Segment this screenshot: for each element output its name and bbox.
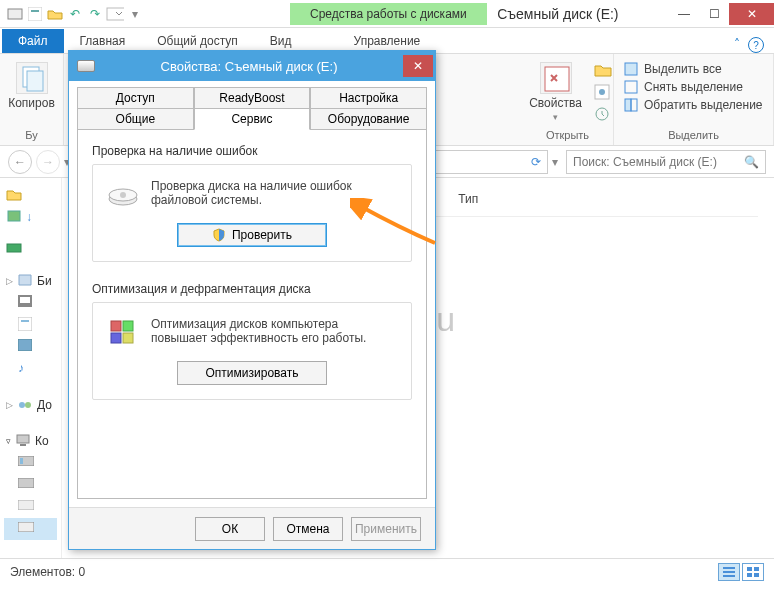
dialog-close-button[interactable]: ✕ <box>403 55 433 77</box>
tab-hardware[interactable]: Оборудование <box>310 108 427 129</box>
svg-rect-14 <box>8 211 20 221</box>
sidebar-item-selected[interactable] <box>4 518 57 540</box>
chevron-down-icon[interactable]: ▾ <box>126 5 144 23</box>
folder-icon[interactable] <box>46 5 64 23</box>
refresh-icon[interactable]: ⟳ <box>531 155 541 169</box>
open-icon[interactable] <box>594 62 612 81</box>
sidebar-item[interactable]: ↓ <box>4 206 57 228</box>
select-group: Выделить все Снять выделение Обратить вы… <box>614 54 774 145</box>
sidebar-item[interactable] <box>4 314 57 336</box>
optimize-button[interactable]: Оптимизировать <box>177 361 327 385</box>
copy-button[interactable]: Копиров <box>2 58 61 114</box>
tab-customize[interactable]: Настройка <box>310 87 427 108</box>
dialog-tabs: Доступ ReadyBoost Настройка Общие Сервис… <box>69 81 435 129</box>
ok-button[interactable]: ОК <box>195 517 265 541</box>
back-button[interactable]: ← <box>8 150 32 174</box>
sidebar-item[interactable]: ♪ <box>4 358 57 380</box>
sidebar-item[interactable] <box>4 336 57 358</box>
svg-rect-33 <box>747 567 752 571</box>
expand-icon[interactable]: ▷ <box>6 400 13 410</box>
help-icon[interactable]: ? <box>748 37 764 53</box>
tab-access[interactable]: Доступ <box>77 87 194 108</box>
svg-rect-31 <box>723 571 735 573</box>
search-icon[interactable]: 🔍 <box>744 155 759 169</box>
sidebar-item[interactable] <box>4 474 57 496</box>
chevron-down-icon: ▾ <box>553 112 558 122</box>
svg-rect-35 <box>747 573 752 577</box>
window-title: Съемный диск (E:) <box>487 6 669 22</box>
invert-selection-button[interactable]: Обратить выделение <box>624 98 763 112</box>
svg-rect-17 <box>20 297 30 303</box>
dialog-content: Проверка на наличие ошибок Проверка диск… <box>77 129 427 499</box>
status-bar: Элементов: 0 <box>0 558 774 584</box>
svg-rect-42 <box>111 333 121 343</box>
deselect-icon <box>624 80 638 94</box>
expand-icon[interactable]: ▷ <box>6 276 13 286</box>
select-all-icon <box>624 62 638 76</box>
undo-icon[interactable]: ↶ <box>66 5 84 23</box>
props-icon[interactable] <box>26 5 44 23</box>
forward-button[interactable]: → <box>36 150 60 174</box>
maximize-button[interactable]: ☐ <box>699 3 729 25</box>
sidebar-item[interactable] <box>4 292 57 314</box>
collapse-icon[interactable]: ▿ <box>6 436 11 446</box>
redo-icon[interactable]: ↷ <box>86 5 104 23</box>
file-tab[interactable]: Файл <box>2 29 64 53</box>
sidebar-item-homegroup[interactable]: ▷До <box>4 394 57 416</box>
sidebar-label: Би <box>37 274 52 288</box>
history-icon[interactable] <box>594 106 612 125</box>
properties-button[interactable]: Свойства ▾ <box>523 58 588 126</box>
sidebar-item-libraries[interactable]: ▷Би <box>4 270 57 292</box>
svg-rect-36 <box>754 573 759 577</box>
svg-rect-41 <box>123 321 133 331</box>
sidebar-item[interactable] <box>4 238 57 260</box>
item-count: Элементов: 0 <box>10 565 85 579</box>
contextual-tab[interactable]: Средства работы с дисками <box>290 3 487 25</box>
deselect-button[interactable]: Снять выделение <box>624 80 763 94</box>
dialog-titlebar[interactable]: Свойства: Съемный диск (E:) ✕ <box>69 51 435 81</box>
search-box[interactable]: 🔍 <box>566 150 766 174</box>
properties-label: Свойства <box>529 96 582 110</box>
invert-label: Обратить выделение <box>644 98 763 112</box>
details-view-button[interactable] <box>718 563 740 581</box>
minimize-button[interactable]: — <box>669 3 699 25</box>
svg-rect-1 <box>28 7 42 21</box>
svg-rect-6 <box>545 67 569 91</box>
svg-rect-32 <box>723 575 735 577</box>
address-dropdown-icon[interactable]: ▾ <box>552 155 558 169</box>
svg-rect-3 <box>107 8 124 20</box>
tab-readyboost[interactable]: ReadyBoost <box>194 87 311 108</box>
select-all-label: Выделить все <box>644 62 722 76</box>
tab-tools[interactable]: Сервис <box>194 108 311 130</box>
clipboard-group: Копиров Бу <box>0 54 64 145</box>
close-button[interactable]: ✕ <box>729 3 774 25</box>
sidebar-item[interactable] <box>4 452 57 474</box>
select-all-button[interactable]: Выделить все <box>624 62 763 76</box>
sidebar-item[interactable] <box>4 184 57 206</box>
sidebar-item[interactable] <box>4 496 57 518</box>
edit-icon[interactable] <box>594 84 612 103</box>
svg-point-39 <box>120 192 126 198</box>
column-type[interactable]: Тип <box>458 192 478 206</box>
error-check-title: Проверка на наличие ошибок <box>92 144 412 158</box>
title-bar: ↶ ↷ ▾ Средства работы с дисками Съемный … <box>0 0 774 28</box>
svg-rect-0 <box>8 9 22 19</box>
search-input[interactable] <box>573 155 744 169</box>
sidebar-item-computer[interactable]: ▿Ко <box>4 430 57 452</box>
disk-check-icon <box>107 179 139 211</box>
collapse-ribbon-icon[interactable]: ˄ <box>734 37 740 53</box>
svg-rect-5 <box>27 71 43 91</box>
cancel-button[interactable]: Отмена <box>273 517 343 541</box>
qat-dropdown-icon[interactable] <box>106 5 124 23</box>
icons-view-button[interactable] <box>742 563 764 581</box>
tab-general[interactable]: Общие <box>77 108 194 129</box>
navigation-pane: ↓ ▷Би ♪ ▷До ▿Ко <box>0 178 62 558</box>
open-group: Свойства ▾ Открыть <box>522 54 614 145</box>
defrag-section: Оптимизация и дефрагментация диска Оптим… <box>92 282 412 400</box>
svg-rect-12 <box>625 99 631 111</box>
deselect-label: Снять выделение <box>644 80 743 94</box>
check-button[interactable]: Проверить <box>177 223 327 247</box>
error-check-desc: Проверка диска на наличие ошибок файлово… <box>151 179 397 207</box>
apply-button[interactable]: Применить <box>351 517 421 541</box>
svg-rect-13 <box>631 99 637 111</box>
